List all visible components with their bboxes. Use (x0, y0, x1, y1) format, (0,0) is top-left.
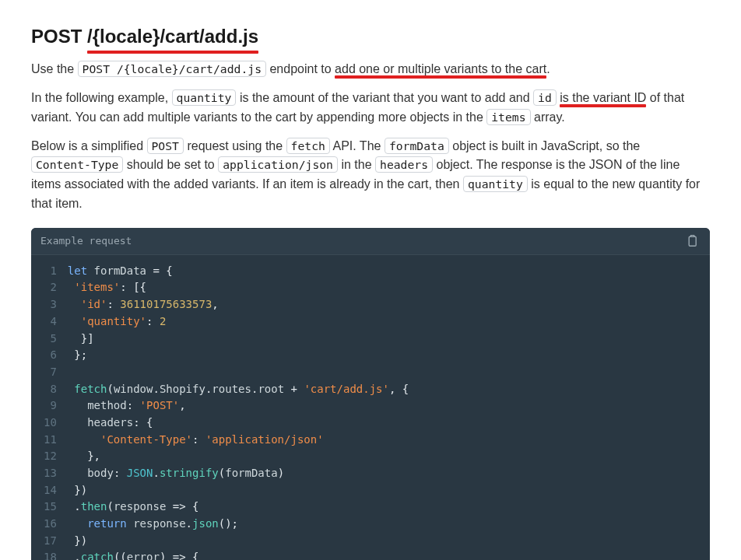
code-line: 'id': 36110175633573, (68, 296, 697, 313)
text: is the amount of the variant that you wa… (236, 91, 533, 104)
clipboard-icon (687, 235, 697, 247)
line-number: 18 (44, 549, 57, 560)
code-lines: let formData = { 'items': [{ 'id': 36110… (68, 263, 710, 560)
code-line: }; (68, 347, 697, 364)
inline-code-quantity: quantity (172, 89, 237, 106)
emphasis-phrase: add one or multiple variants to the cart (335, 62, 546, 75)
inline-code-post: POST (147, 138, 184, 154)
inline-code-fetch: fetch (286, 138, 330, 154)
text: object is built in JavaScript, so the (449, 139, 640, 152)
paragraph-example: In the following example, quantity is th… (31, 89, 710, 128)
svg-rect-0 (689, 236, 696, 246)
text: array. (531, 110, 565, 124)
line-number: 2 (44, 279, 57, 296)
inline-code-id: id (533, 89, 557, 106)
text: Below is a simplified (31, 139, 147, 152)
text: Use the (31, 62, 78, 75)
code-block-label: Example request (40, 233, 132, 249)
code-line: }) (68, 533, 697, 550)
line-number: 10 (44, 415, 57, 432)
inline-code-content-type: Content-Type (31, 156, 123, 173)
line-number: 16 (44, 516, 57, 533)
code-block-header: Example request (31, 228, 710, 255)
endpoint-path: /{locale}/cart/add.js (87, 22, 258, 51)
code-line: }) (68, 482, 697, 499)
line-number: 7 (44, 364, 57, 381)
inline-code-headers: headers (375, 156, 433, 173)
text: in the (338, 158, 375, 171)
line-number: 4 (44, 313, 57, 331)
code-line: return response.json(); (68, 516, 697, 533)
line-number: 9 (44, 397, 57, 415)
copy-button[interactable] (683, 233, 701, 250)
line-number: 8 (44, 381, 57, 398)
inline-code-quantity-2: quantity (463, 176, 528, 192)
text: should be set to (123, 158, 218, 171)
paragraph-intro: Use the POST /{locale}/cart/add.js endpo… (31, 60, 710, 79)
code-line: .then(response => { (68, 499, 697, 516)
code-line: 'Content-Type': 'application/json' (68, 432, 697, 449)
code-line: .catch((error) => { (68, 549, 697, 560)
code-line: 'items': [{ (68, 279, 697, 296)
text: request using the (184, 139, 286, 152)
inline-code-endpoint: POST /{locale}/cart/add.js (78, 61, 266, 77)
code-line: }, (68, 448, 697, 465)
code-line: fetch(window.Shopify.routes.root + 'cart… (68, 381, 697, 398)
code-block: Example request 123456789101112131415161… (31, 228, 710, 560)
line-number: 15 (44, 499, 57, 516)
code-block-body: 1234567891011121314151617181920 let form… (31, 255, 710, 560)
line-number: 11 (44, 432, 57, 449)
line-number: 6 (44, 347, 57, 364)
line-number: 17 (44, 533, 57, 550)
http-method: POST (31, 26, 82, 47)
line-number: 3 (44, 296, 57, 313)
inline-code-application-json: application/json (218, 156, 338, 173)
emphasis-phrase: is the variant ID (560, 91, 646, 104)
line-number: 12 (44, 448, 57, 465)
line-number: 5 (44, 331, 57, 348)
code-line: headers: { (68, 415, 697, 432)
code-line (68, 364, 697, 381)
inline-code-formdata: formData (385, 138, 449, 154)
text: . (546, 62, 550, 75)
code-line: body: JSON.stringify(formData) (68, 465, 697, 482)
code-line: }] (68, 331, 697, 348)
text: In the following example, (31, 91, 172, 104)
page-title: POST /{locale}/cart/add.js (31, 22, 710, 51)
paragraph-details: Below is a simplified POST request using… (31, 137, 710, 214)
line-number-gutter: 1234567891011121314151617181920 (31, 263, 68, 560)
text: endpoint to (266, 62, 335, 75)
inline-code-items: items (486, 109, 530, 125)
code-line: let formData = { (68, 263, 697, 280)
line-number: 13 (44, 465, 57, 482)
code-line: method: 'POST', (68, 397, 697, 415)
line-number: 1 (44, 263, 57, 280)
code-line: 'quantity': 2 (68, 313, 697, 331)
text: API. The (330, 139, 385, 152)
line-number: 14 (44, 482, 57, 499)
